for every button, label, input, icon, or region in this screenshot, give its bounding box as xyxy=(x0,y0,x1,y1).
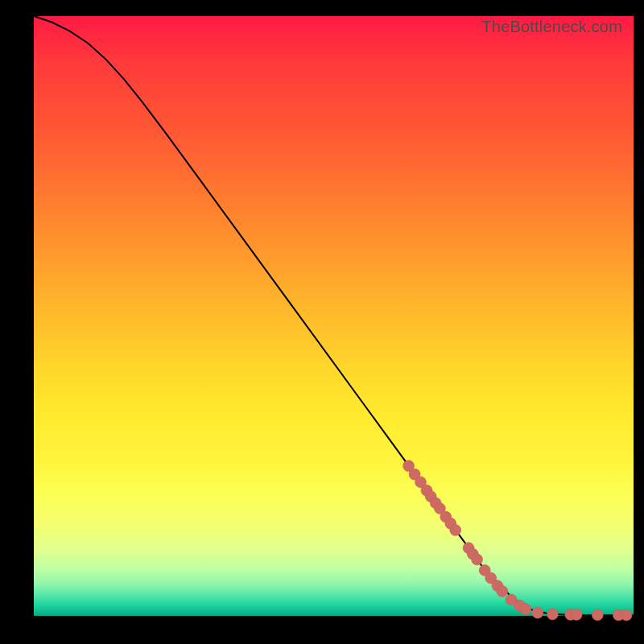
marker-group xyxy=(403,460,632,621)
data-point xyxy=(450,525,461,536)
data-point xyxy=(472,554,483,565)
chart-overlay xyxy=(34,16,634,616)
plot-area: TheBottleneck.com xyxy=(34,16,634,616)
data-point xyxy=(532,607,543,618)
bottleneck-curve xyxy=(34,16,634,615)
data-point xyxy=(547,609,558,620)
data-point xyxy=(592,609,603,621)
data-point xyxy=(571,609,582,621)
chart-frame: TheBottleneck.com xyxy=(0,0,644,644)
data-point xyxy=(621,609,632,621)
data-point xyxy=(520,604,531,615)
data-point xyxy=(497,586,508,597)
